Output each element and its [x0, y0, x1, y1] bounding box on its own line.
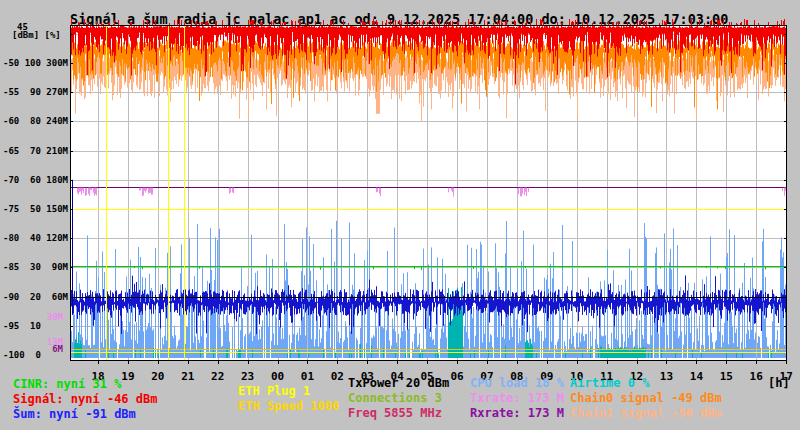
y-axis-row-label: -70 60 180M	[3, 175, 68, 185]
y-axis-row-label: -50 100 300M	[3, 58, 68, 68]
hour-label: 01	[297, 370, 317, 383]
legend-connections: Connections 3	[348, 391, 442, 405]
y-axis-row-label: -80 40 120M	[3, 233, 68, 243]
hour-label: 16	[746, 370, 766, 383]
legend-eth-plug: ETH Plug 1	[238, 384, 310, 398]
y-axis-row-label: -90 20 60M	[3, 292, 68, 302]
y-axis-rate-label: 6M	[52, 344, 63, 354]
hour-label: 21	[178, 370, 198, 383]
hour-label: 22	[208, 370, 228, 383]
legend-cinr: CINR: nyní 31 %	[13, 377, 121, 391]
legend-airtime: Airtime 0 %	[570, 376, 649, 390]
hour-label: 14	[686, 370, 706, 383]
legend-noise: Šum: nyní -91 dBm	[13, 407, 136, 421]
legend-signal: Signál: nyní -46 dBm	[13, 392, 158, 406]
y-axis-units-header: [dBm] [%]	[12, 30, 61, 40]
mrtg-signal-noise-graph: Signál a šum radia jc_palac_ap1_ac od: 9…	[0, 0, 800, 430]
hour-label: 06	[447, 370, 467, 383]
hour-label: 15	[716, 370, 736, 383]
y-axis-row-label: -75 50 150M	[3, 204, 68, 214]
plot-area-canvas	[70, 18, 787, 366]
legend-chain1: Chain1 signal -50 dBm	[570, 406, 722, 420]
y-axis-row-label: -95 10	[3, 321, 68, 331]
y-axis-row-label: -55 90 270M	[3, 87, 68, 97]
legend-eth-speed: ETH Speed 1000	[238, 399, 339, 413]
hour-label: 02	[327, 370, 347, 383]
legend-txpower: TxPower 20 dBm	[348, 376, 449, 390]
y-axis-row-label: -65 70 210M	[3, 146, 68, 156]
legend-cpu-load: CPU load 18 %	[470, 376, 564, 390]
hour-label: 20	[148, 370, 168, 383]
hour-label: 23	[238, 370, 258, 383]
legend-rxrate: Rxrate: 173 M	[470, 406, 564, 420]
hour-label: 13	[656, 370, 676, 383]
y-axis-row-label: -85 30 90M	[3, 262, 68, 272]
hour-label: 00	[268, 370, 288, 383]
legend-hour-unit: [h]	[768, 376, 790, 390]
legend-chain0: Chain0 signal -49 dBm	[570, 391, 722, 405]
y-axis-rate-label: 39M	[47, 312, 63, 322]
legend-txrate: Txrate: 173 M	[470, 391, 564, 405]
y-axis-row-label: -60 80 240M	[3, 116, 68, 126]
legend-freq: Freq 5855 MHz	[348, 406, 442, 420]
